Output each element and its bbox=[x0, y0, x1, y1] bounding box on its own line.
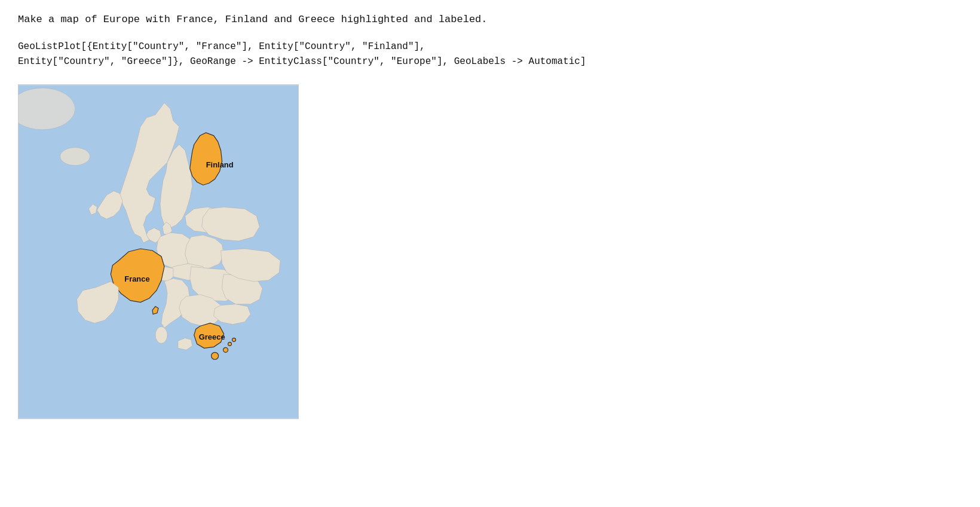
map-container: Finland France Greece bbox=[18, 84, 299, 419]
france-label: France bbox=[124, 274, 149, 283]
prompt-section: Make a map of Europe with France, Finlan… bbox=[18, 12, 962, 28]
greece-label: Greece bbox=[199, 332, 225, 341]
svg-point-3 bbox=[155, 326, 167, 343]
finland-label: Finland bbox=[206, 160, 234, 169]
svg-point-6 bbox=[232, 338, 235, 341]
code-line-2: Entity["Country", "Greece"]}, GeoRange -… bbox=[18, 54, 962, 70]
svg-point-2 bbox=[60, 147, 90, 165]
crete bbox=[212, 352, 219, 359]
code-block: GeoListPlot[{Entity["Country", "France"]… bbox=[18, 39, 962, 70]
code-section: GeoListPlot[{Entity["Country", "France"]… bbox=[18, 39, 962, 70]
prompt-text: Make a map of Europe with France, Finlan… bbox=[18, 12, 962, 28]
code-line-1: GeoListPlot[{Entity["Country", "France"]… bbox=[18, 39, 962, 55]
svg-point-4 bbox=[223, 347, 228, 352]
europe-map: Finland France Greece bbox=[19, 85, 298, 419]
svg-point-5 bbox=[228, 342, 232, 346]
